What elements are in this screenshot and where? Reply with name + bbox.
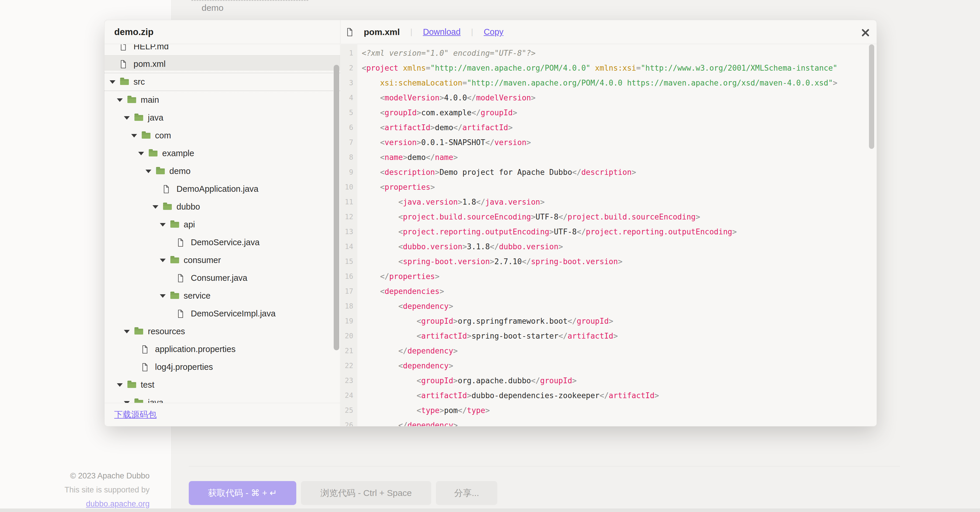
line-number: 5: [341, 109, 357, 117]
code-scrollbar-thumb[interactable]: [869, 44, 874, 149]
folder-arrow-icon: [124, 330, 130, 333]
folder-arrow-icon: [138, 152, 144, 155]
code-line: 7 <version>0.0.1-SNAPSHOT</version>: [341, 135, 877, 150]
line-code: </dependency>: [362, 347, 458, 355]
tree-item-resources[interactable]: resources: [105, 323, 340, 340]
action-buttons: 获取代码 - ⌘ + ↵ 浏览代码 - Ctrl + Space 分享...: [189, 481, 497, 505]
dubbo-site-link[interactable]: dubbo.apache.org: [86, 499, 150, 508]
line-number: 6: [341, 124, 357, 132]
folder-icon: [156, 168, 165, 174]
tree-scrollbar-thumb[interactable]: [334, 65, 339, 350]
tree-item-label: java: [148, 113, 163, 123]
line-number: 2: [341, 64, 357, 72]
tree-item-label: dubbo: [177, 202, 200, 212]
tree-item-Consumer.java[interactable]: Consumer.java: [105, 269, 340, 287]
tree-item-DemoService.java[interactable]: DemoService.java: [105, 233, 340, 251]
line-code: </dependency>: [362, 421, 458, 426]
download-link[interactable]: Download: [423, 27, 460, 37]
folder-icon: [134, 115, 143, 121]
tree-item-src[interactable]: src: [105, 73, 340, 91]
tree-item-application.properties[interactable]: application.properties: [105, 340, 340, 358]
copy-link[interactable]: Copy: [484, 27, 503, 37]
line-number: 26: [341, 421, 357, 426]
line-number: 13: [341, 228, 357, 236]
line-number: 18: [341, 302, 357, 310]
line-number: 8: [341, 153, 357, 162]
close-button[interactable]: [860, 27, 871, 38]
tree-item-dubbo[interactable]: dubbo: [105, 198, 340, 216]
folder-arrow-icon: [160, 258, 165, 262]
folder-arrow-icon: [110, 80, 115, 84]
folder-arrow-icon: [160, 223, 165, 227]
tree-item-log4j.properties[interactable]: log4j.properties: [105, 358, 340, 376]
folder-icon: [120, 79, 129, 85]
folder-icon: [170, 257, 179, 263]
tree-item-com[interactable]: com: [105, 127, 340, 144]
folder-arrow-icon: [117, 98, 123, 102]
code-line: 18 <dependency>: [341, 299, 877, 314]
code-line: 10 <properties>: [341, 179, 877, 194]
code-line: 22 <dependency>: [341, 358, 877, 373]
get-code-button[interactable]: 获取代码 - ⌘ + ↵: [189, 481, 296, 505]
code-line: 4 <modelVersion>4.0.0</modelVersion>: [341, 90, 877, 105]
tree-item-java[interactable]: java: [105, 394, 340, 403]
line-code: <description>Demo project for Apache Dub…: [362, 168, 636, 177]
share-button[interactable]: 分享...: [436, 481, 497, 505]
line-number: 22: [341, 362, 357, 370]
folder-arrow-icon: [145, 170, 151, 173]
site-footer: © 2023 Apache Dubbo This site is support…: [0, 469, 150, 511]
tree-item-label: log4j.properties: [155, 362, 213, 372]
tree-item-pom.xml[interactable]: pom.xml: [105, 55, 340, 73]
tree-item-DemoApplication.java[interactable]: DemoApplication.java: [105, 180, 340, 198]
line-code: <groupId>org.springframework.boot</group…: [362, 317, 613, 325]
line-number: 16: [341, 273, 357, 281]
tree-item-demo[interactable]: demo: [105, 162, 340, 180]
tree-item-example[interactable]: example: [105, 144, 340, 162]
code-line: 2 <project xmlns="http://maven.apache.or…: [341, 60, 877, 75]
folder-icon: [163, 204, 172, 210]
code-line: 21 </dependency>: [341, 343, 877, 358]
background-project-name: demo: [202, 3, 224, 13]
tree-item-HELP.md[interactable]: HELP.md: [105, 44, 340, 55]
line-code: <artifactId>dubbo-dependencies-zookeeper…: [362, 391, 659, 400]
line-code: <spring-boot.version>2.7.10</spring-boot…: [362, 257, 622, 266]
line-code: <artifactId>demo</artifactId>: [362, 123, 513, 132]
background-field-dash: [191, 0, 308, 1]
folder-arrow-icon: [124, 116, 130, 120]
code-line: 9 <description>Demo project for Apache D…: [341, 165, 877, 179]
code-line: 24 <artifactId>dubbo-dependencies-zookee…: [341, 388, 877, 403]
tree-item-api[interactable]: api: [105, 216, 340, 233]
tree-item-test[interactable]: test: [105, 376, 340, 394]
tree-item-label: main: [141, 95, 159, 105]
tree-item-DemoServiceImpl.java[interactable]: DemoServiceImpl.java: [105, 305, 340, 323]
tree-item-label: DemoService.java: [191, 238, 259, 247]
file-icon: [120, 44, 127, 51]
code-line: 11 <java.version>1.8</java.version>: [341, 194, 877, 209]
browse-code-button[interactable]: 浏览代码 - Ctrl + Space: [301, 481, 431, 505]
download-source-link[interactable]: 下载源码包: [114, 409, 157, 421]
tree-item-main[interactable]: main: [105, 91, 340, 109]
line-code: <version>0.0.1-SNAPSHOT</version>: [362, 138, 531, 147]
line-number: 21: [341, 347, 357, 355]
line-number: 25: [341, 406, 357, 415]
line-number: 11: [341, 198, 357, 206]
screen: demo © 2023 Apache Dubbo This site is su…: [0, 0, 980, 512]
line-number: 12: [341, 213, 357, 221]
tree-item-label: pom.xml: [134, 59, 165, 69]
tree-item-java[interactable]: java: [105, 109, 340, 127]
tree-item-service[interactable]: service: [105, 287, 340, 305]
tree-item-label: DemoServiceImpl.java: [191, 309, 275, 319]
line-code: <project.build.sourceEncoding>UTF-8</pro…: [362, 212, 700, 221]
tree-item-label: Consumer.java: [191, 273, 247, 283]
line-code: <type>pom</type>: [362, 406, 490, 415]
line-code: <dependency>: [362, 361, 453, 370]
code-lines: 1 <?xml version="1.0" encoding="UTF-8"?>…: [341, 44, 877, 426]
actions-divider: [189, 466, 900, 466]
line-code: <groupId>com.example</groupId>: [362, 108, 517, 117]
tree-item-consumer[interactable]: consumer: [105, 251, 340, 269]
folder-arrow-icon: [160, 294, 165, 298]
tree-item-label: service: [184, 291, 211, 301]
line-code: <dependencies>: [362, 287, 444, 296]
code-line: 8 <name>demo</name>: [341, 150, 877, 165]
file-icon: [163, 185, 169, 193]
